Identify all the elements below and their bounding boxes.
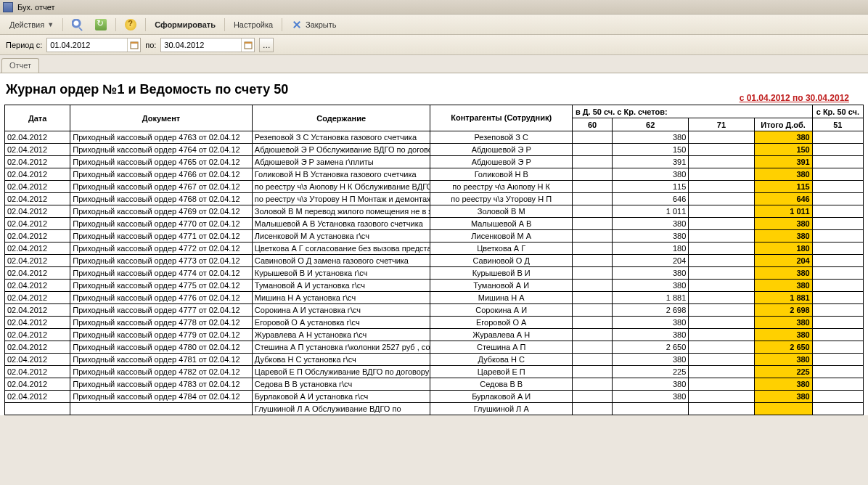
separator: [224, 18, 225, 31]
table-row[interactable]: 02.04.2012Приходный кассовый ордер 4772 …: [5, 242, 864, 255]
table-row[interactable]: 02.04.2012Приходный кассовый ордер 4765 …: [5, 156, 864, 168]
date-from-field[interactable]: [46, 38, 141, 52]
cell-sod: Цветкова А Г согласование без вызова пре…: [252, 242, 430, 255]
cell-sod: Сорокина А И установка г\сч: [252, 304, 430, 317]
cell-kon: Савиновой О Д: [430, 255, 572, 267]
cell-sod: Малышевой А В Установка газового счетчик…: [252, 218, 430, 230]
cell-sod: Глушкиной Л А Обслуживание ВДГО по: [252, 403, 430, 415]
table-row[interactable]: 02.04.2012Приходный кассовый ордер 4773 …: [5, 255, 864, 267]
calendar-icon[interactable]: [241, 38, 254, 52]
col-doc: Документ: [70, 105, 253, 131]
cell-51: [812, 168, 863, 181]
cell-date: 02.04.2012: [5, 391, 70, 403]
form-button[interactable]: Сформировать: [150, 17, 221, 32]
date-to-input[interactable]: [161, 39, 241, 51]
table-row[interactable]: 02.04.2012Приходный кассовый ордер 4763 …: [5, 131, 864, 144]
date-from-input[interactable]: [47, 39, 127, 51]
table-row[interactable]: 02.04.2012Приходный кассовый ордер 4776 …: [5, 292, 864, 304]
cell-sod: Золовой В М перевод жилого помещения не …: [252, 205, 430, 218]
table-row[interactable]: 02.04.2012Приходный кассовый ордер 4784 …: [5, 391, 864, 403]
title-bar: Бух. отчет: [0, 0, 868, 15]
cell-51: [812, 329, 863, 341]
table-row[interactable]: 02.04.2012Приходный кассовый ордер 4764 …: [5, 144, 864, 156]
table-row[interactable]: 02.04.2012Приходный кассовый ордер 4779 …: [5, 329, 864, 341]
cell-71: [689, 181, 754, 193]
cell-itog: 180: [754, 242, 812, 255]
table-row[interactable]: 02.04.2012Приходный кассовый ордер 4777 …: [5, 304, 864, 317]
cell-60: [572, 403, 612, 415]
table-row[interactable]: 02.04.2012Приходный кассовый ордер 4780 …: [5, 341, 864, 354]
window-title: Бух. отчет: [17, 3, 55, 12]
cell-doc: Приходный кассовый ордер 4783 от 02.04.1…: [70, 378, 253, 391]
cell-62: 380: [613, 218, 689, 230]
cell-60: [572, 218, 612, 230]
close-button[interactable]: Закрыть: [286, 16, 341, 33]
cell-71: [689, 193, 754, 205]
cell-62: 380: [613, 168, 689, 181]
table-row[interactable]: 02.04.2012Приходный кассовый ордер 4768 …: [5, 193, 864, 205]
table-row[interactable]: 02.04.2012Приходный кассовый ордер 4774 …: [5, 267, 864, 280]
search-button[interactable]: [67, 16, 89, 33]
cell-71: [689, 267, 754, 280]
col-62: 62: [613, 118, 689, 131]
report-title: Журнал ордер №1 и Ведомость по счету 50: [4, 78, 290, 105]
cell-sod: Егоровой О А установка г\сч: [252, 317, 430, 329]
cell-date: 02.04.2012: [5, 366, 70, 378]
settings-button[interactable]: Настройка: [229, 17, 278, 32]
help-button[interactable]: [120, 16, 142, 33]
cell-date: 02.04.2012: [5, 168, 70, 181]
cell-itog: 380: [754, 317, 812, 329]
cell-kon: Седова В В: [430, 378, 572, 391]
report-area: Журнал ордер №1 и Ведомость по счету 50 …: [0, 73, 868, 415]
cell-51: [812, 131, 863, 144]
period-from-label: Период с:: [6, 41, 42, 49]
table-row[interactable]: 02.04.2012Приходный кассовый ордер 4782 …: [5, 366, 864, 378]
date-to-field[interactable]: [160, 38, 255, 52]
table-row[interactable]: 02.04.2012Приходный кассовый ордер 4775 …: [5, 280, 864, 292]
table-row[interactable]: 02.04.2012Приходный кассовый ордер 4778 …: [5, 317, 864, 329]
cell-60: [572, 255, 612, 267]
separator: [145, 18, 146, 31]
table-row[interactable]: 02.04.2012Приходный кассовый ордер 4770 …: [5, 218, 864, 230]
cell-62: 391: [613, 156, 689, 168]
table-row[interactable]: 02.04.2012Приходный кассовый ордер 4766 …: [5, 168, 864, 181]
table-row[interactable]: 02.04.2012Приходный кассовый ордер 4783 …: [5, 378, 864, 391]
toolbar: Действия ▼ Сформировать Настройка Закрыт…: [0, 15, 868, 35]
cell-sod: Лисенковой М А установка г\сч: [252, 230, 430, 242]
cell-51: [812, 403, 863, 415]
table-row[interactable]: 02.04.2012Приходный кассовый ордер 4769 …: [5, 205, 864, 218]
cell-60: [572, 391, 612, 403]
table-row[interactable]: 02.04.2012Приходный кассовый ордер 4781 …: [5, 354, 864, 366]
cell-51: [812, 341, 863, 354]
cell-60: [572, 168, 612, 181]
calendar-icon[interactable]: [127, 38, 140, 52]
chevron-down-icon: ▼: [47, 21, 54, 28]
cell-doc: Приходный кассовый ордер 4763 от 02.04.1…: [70, 131, 253, 144]
cell-date: 02.04.2012: [5, 267, 70, 280]
cell-71: [689, 218, 754, 230]
cell-71: [689, 366, 754, 378]
cell-60: [572, 329, 612, 341]
cell-sod: по реестру ч\з Уторову Н П Монтаж и демо…: [252, 193, 430, 205]
table-row[interactable]: 02.04.2012Приходный кассовый ордер 4771 …: [5, 230, 864, 242]
cell-itog: 391: [754, 156, 812, 168]
cell-kon: Журавлева А Н: [430, 329, 572, 341]
cell-doc: Приходный кассовый ордер 4784 от 02.04.1…: [70, 391, 253, 403]
actions-menu[interactable]: Действия ▼: [4, 17, 59, 32]
cell-sod: Резеповой З С Установка газового счетчик…: [252, 131, 430, 144]
cell-kon: Малышевой А В: [430, 218, 572, 230]
table-row[interactable]: Глушкиной Л А Обслуживание ВДГО поГлушки…: [5, 403, 864, 415]
cell-60: [572, 181, 612, 193]
period-picker-button[interactable]: …: [259, 38, 274, 52]
cell-kon: по реестру ч\з Уторову Н П: [430, 193, 572, 205]
table-row[interactable]: 02.04.2012Приходный кассовый ордер 4767 …: [5, 181, 864, 193]
cell-60: [572, 131, 612, 144]
tab-report[interactable]: Отчет: [1, 58, 39, 73]
svg-rect-1: [131, 42, 138, 44]
refresh-button[interactable]: [90, 16, 112, 33]
cell-doc: [70, 403, 253, 415]
cell-sod: Мишина Н А установка г\сч: [252, 292, 430, 304]
period-text: с 01.04.2012 по 30.04.2012: [738, 91, 856, 105]
cell-62: 646: [613, 193, 689, 205]
separator: [282, 18, 282, 31]
